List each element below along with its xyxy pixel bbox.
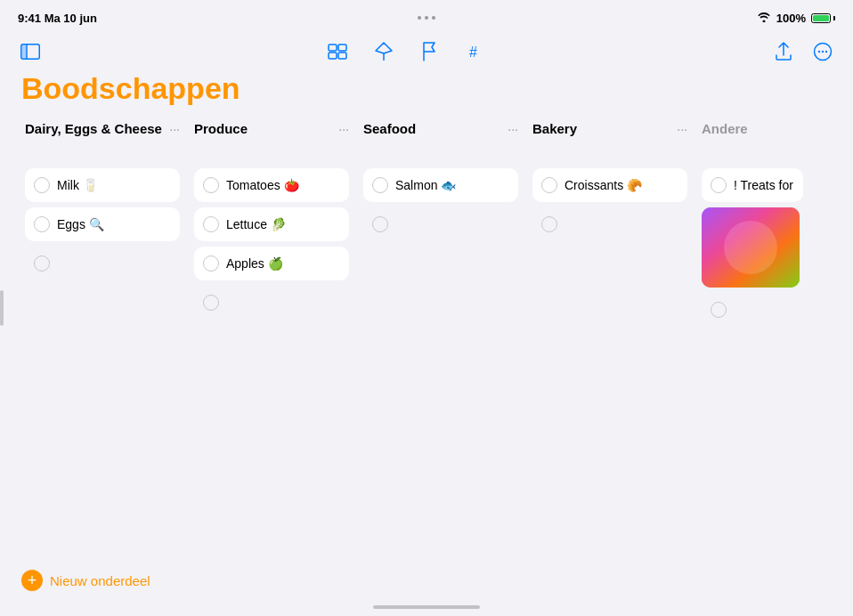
column-bakery-header: Bakery ··· — [532, 120, 687, 159]
svg-rect-2 — [22, 45, 27, 59]
bottom-bar: + Nieuw onderdeel — [0, 605, 853, 616]
column-produce-title: Produce — [194, 120, 335, 138]
side-handle — [0, 290, 4, 326]
item-text: Milk 🥛 — [57, 178, 171, 192]
more-options-button[interactable] — [810, 39, 835, 64]
column-andere-title: Andere — [702, 120, 803, 138]
column-seafood-title: Seafood — [363, 120, 504, 138]
item-checkbox[interactable] — [34, 216, 50, 232]
columns-container: Dairy, Eggs & Cheese ··· Milk 🥛 Eggs 🔍 P… — [18, 120, 835, 458]
share-button[interactable] — [771, 39, 796, 64]
toolbar-left — [18, 39, 43, 64]
dot3 — [432, 16, 435, 20]
svg-rect-3 — [329, 45, 337, 51]
item-checkbox[interactable] — [34, 177, 50, 193]
toolbar: # — [0, 32, 853, 71]
list-item[interactable]: Salmon 🐟 — [363, 168, 518, 202]
add-icon: + — [21, 570, 43, 591]
new-section-label: Nieuw onderdeel — [50, 573, 150, 588]
grid-view-button[interactable] — [325, 39, 350, 64]
svg-point-11 — [822, 51, 824, 53]
item-text: Croissants 🥐 — [565, 178, 678, 192]
sidebar-toggle-button[interactable] — [18, 39, 43, 64]
status-bar: 9:41 Ma 10 jun 100% — [0, 0, 853, 32]
battery-percent: 100% — [776, 12, 806, 25]
list-item[interactable]: Apples 🍏 — [194, 247, 349, 280]
list-item[interactable]: Tomatoes 🍅 — [194, 168, 349, 202]
svg-point-12 — [825, 51, 827, 53]
column-dairy-more[interactable]: ··· — [166, 120, 180, 136]
svg-point-10 — [818, 51, 820, 53]
svg-point-14 — [724, 221, 777, 274]
svg-rect-4 — [338, 45, 346, 51]
column-andere-header: Andere — [702, 120, 803, 159]
flag-button[interactable] — [418, 39, 443, 64]
column-bakery-more[interactable]: ··· — [673, 120, 687, 136]
location-button[interactable] — [371, 39, 396, 64]
item-text: Salmon 🐟 — [395, 178, 509, 192]
list-item-empty-andere[interactable] — [702, 293, 800, 327]
column-bakery-title: Bakery — [532, 120, 673, 138]
main-content: Boodschappen Dairy, Eggs & Cheese ··· Mi… — [0, 71, 853, 458]
item-checkbox[interactable] — [541, 177, 557, 193]
column-produce: Produce ··· Tomatoes 🍅 Lettuce 🥬 Apples … — [187, 120, 356, 458]
column-seafood-header: Seafood ··· — [363, 120, 518, 159]
home-indicator — [373, 605, 480, 609]
column-produce-header: Produce ··· — [194, 120, 349, 159]
item-text: Lettuce 🥬 — [226, 217, 340, 231]
dot1 — [418, 16, 421, 20]
dot2 — [425, 16, 428, 20]
item-checkbox[interactable] — [711, 177, 727, 193]
list-item-empty[interactable] — [532, 207, 687, 241]
item-checkbox[interactable] — [541, 216, 557, 232]
item-checkbox[interactable] — [372, 216, 388, 232]
item-checkbox[interactable] — [711, 302, 727, 318]
item-checkbox[interactable] — [203, 255, 219, 272]
list-item-partial[interactable]: ! Treats for — [702, 168, 803, 202]
wifi-icon — [757, 12, 771, 25]
item-checkbox[interactable] — [372, 177, 388, 193]
column-produce-more[interactable]: ··· — [335, 120, 349, 136]
toolbar-right — [771, 39, 835, 64]
list-item[interactable]: Milk 🥛 — [25, 168, 180, 202]
svg-rect-6 — [338, 53, 346, 59]
andere-image — [702, 207, 800, 288]
new-section-button[interactable]: + Nieuw onderdeel — [21, 570, 150, 591]
list-item-empty[interactable] — [363, 207, 518, 241]
item-checkbox[interactable] — [34, 255, 50, 272]
item-checkbox[interactable] — [203, 216, 219, 232]
toolbar-center: # — [325, 39, 489, 64]
status-time: 9:41 Ma 10 jun — [18, 12, 97, 25]
page-title: Boodschappen — [18, 71, 835, 106]
column-seafood-more[interactable]: ··· — [504, 120, 518, 136]
column-dairy-header: Dairy, Eggs & Cheese ··· — [25, 120, 180, 159]
status-right: 100% — [757, 12, 835, 25]
svg-rect-5 — [329, 53, 337, 59]
column-dairy-title: Dairy, Eggs & Cheese — [25, 120, 166, 138]
list-item[interactable]: Eggs 🔍 — [25, 207, 180, 241]
column-andere: Andere ! Treats for — [695, 120, 810, 458]
column-dairy: Dairy, Eggs & Cheese ··· Milk 🥛 Eggs 🔍 — [18, 120, 187, 458]
status-center — [418, 16, 435, 20]
tag-button[interactable]: # — [464, 39, 489, 64]
column-seafood: Seafood ··· Salmon 🐟 — [356, 120, 525, 458]
list-item[interactable]: Croissants 🥐 — [532, 168, 687, 202]
item-text: Apples 🍏 — [226, 256, 340, 271]
battery-icon — [811, 13, 835, 23]
column-bakery: Bakery ··· Croissants 🥐 — [525, 120, 695, 458]
list-item-empty[interactable] — [194, 286, 349, 320]
svg-text:#: # — [469, 45, 477, 60]
item-text: Tomatoes 🍅 — [226, 178, 340, 192]
item-checkbox[interactable] — [203, 177, 219, 193]
item-text: Eggs 🔍 — [57, 217, 171, 231]
item-text: ! Treats for — [734, 178, 794, 192]
item-checkbox[interactable] — [203, 295, 219, 311]
list-item[interactable]: Lettuce 🥬 — [194, 207, 349, 241]
list-item-empty[interactable] — [25, 247, 180, 280]
